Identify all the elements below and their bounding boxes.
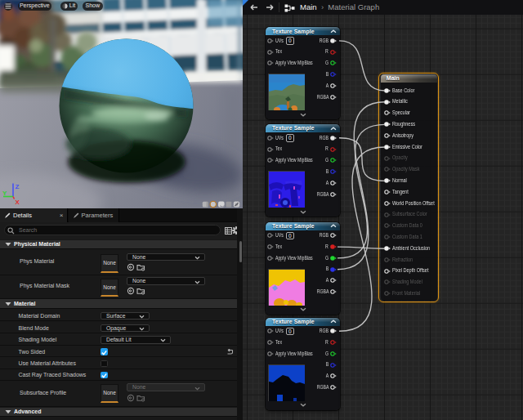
svg-text:X: X [16, 199, 20, 206]
svg-text:Y: Y [2, 190, 7, 197]
svg-text:Z: Z [16, 183, 20, 190]
